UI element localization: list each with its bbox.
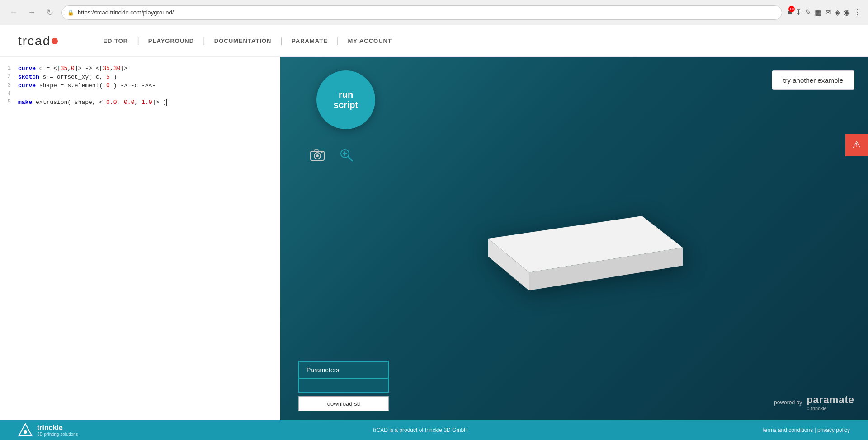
code-line-1: 1 curve c = <[35,0]> -> <[35,30]> (0, 64, 280, 73)
line-num-3: 3 (0, 82, 18, 89)
camera-button[interactable] (307, 145, 327, 165)
address-bar[interactable]: 🔒 https://trcad.trinckle.com/playground/ (61, 5, 782, 20)
footer-center-text: trCAD is a product of trinckle 3D GmbH (373, 427, 467, 433)
paramate-logo: paramate (807, 394, 854, 406)
back-button[interactable]: ← (7, 6, 20, 19)
footer-logo: trinckle 3D printing solutions (18, 423, 78, 437)
lock-icon: 🔒 (67, 9, 74, 16)
trinckle-small: ○ trinckle (807, 406, 827, 411)
url-text: https://trcad.trinckle.com/playground/ (78, 9, 174, 16)
nav-documentation[interactable]: DOCUMENTATION (205, 37, 281, 44)
run-line1: run (339, 89, 353, 100)
logo-area: trcad (18, 34, 58, 48)
warning-icon: ⚠ (852, 139, 861, 151)
run-script-button[interactable]: run script (316, 70, 375, 129)
svg-marker-11 (19, 424, 32, 435)
try-example-button[interactable]: try another example (772, 70, 854, 90)
parameters-body (299, 379, 388, 392)
shield-icon-1[interactable]: ◈ (835, 8, 840, 17)
line-num-1: 1 (0, 65, 18, 71)
extension-icon-1[interactable]: ■ 10 (788, 9, 792, 17)
shield-icon-2[interactable]: ◉ (844, 8, 850, 17)
powered-by-label: powered by (774, 399, 802, 406)
code-content-5: make extrusion( shape, <[0.0, 0.0, 1.0]>… (18, 99, 167, 106)
footer-logo-text: trinckle (37, 424, 78, 432)
download-icon[interactable]: ↧ (796, 8, 802, 17)
code-content-1: curve c = <[35,0]> -> <[35,30]> (18, 65, 127, 72)
parameters-header[interactable]: Parameters (299, 361, 388, 379)
svg-point-3 (316, 154, 319, 157)
logo-dot (52, 38, 58, 44)
3d-model-area (280, 165, 868, 366)
menu-icon[interactable]: ⋮ (854, 8, 861, 17)
code-line-2: 2 sketch s = offset_xy( c, 5 ) (0, 73, 280, 81)
browser-toolbar: ■ 10 ↧ ✎ ▦ ✉ ◈ ◉ ⋮ (788, 8, 861, 17)
code-line-3: 3 curve shape = s.element( 0 ) -> -c -><… (0, 81, 280, 90)
app-footer: trinckle 3D printing solutions trCAD is … (0, 420, 868, 440)
svg-line-5 (348, 157, 352, 161)
footer-links[interactable]: terms and conditions | privacy policy (763, 427, 850, 433)
extension-icon-2[interactable]: ▦ (815, 8, 821, 17)
code-line-5: 5 make extrusion( shape, <[0.0, 0.0, 1.0… (0, 98, 280, 107)
warning-button[interactable]: ⚠ (845, 134, 868, 156)
trinckle-logo-icon (18, 423, 33, 437)
refresh-button[interactable]: ↻ (43, 6, 56, 19)
nav-paramate[interactable]: PARAMATE (283, 37, 337, 44)
logo-text: trcad (18, 34, 51, 48)
main-content: 1 curve c = <[35,0]> -> <[35,30]> 2 sket… (0, 57, 868, 420)
viewer-panel: run script try another example ⚠ (280, 57, 868, 420)
pencil-icon[interactable]: ✎ (805, 8, 811, 17)
zoom-button[interactable] (336, 145, 356, 165)
viewer-toolbar (307, 145, 356, 165)
forward-button[interactable]: → (25, 6, 38, 19)
line-num-2: 2 (0, 74, 18, 80)
viewer-bottom-controls: Parameters download stl (298, 361, 389, 411)
powered-by: powered by paramate ○ trinckle (774, 394, 854, 411)
app-header: trcad EDITOR | PLAYGROUND | DOCUMENTATIO… (0, 25, 868, 57)
footer-logo-subtitle: 3D printing solutions (37, 432, 78, 437)
svg-rect-2 (315, 150, 318, 152)
download-stl-button[interactable]: download stl (298, 396, 389, 411)
extension-icon-3[interactable]: ✉ (825, 8, 831, 17)
svg-point-12 (24, 430, 27, 434)
browser-chrome: ← → ↻ 🔒 https://trcad.trinckle.com/playg… (0, 0, 868, 25)
line-num-4: 4 (0, 91, 18, 97)
code-content-3: curve shape = s.element( 0 ) -> -c -><- (18, 82, 156, 89)
nav-editor[interactable]: EDITOR (94, 37, 137, 44)
line-num-5: 5 (0, 99, 18, 105)
nav-playground[interactable]: PLAYGROUND (139, 37, 203, 44)
nav-menu: EDITOR | PLAYGROUND | DOCUMENTATION | PA… (94, 36, 401, 46)
code-editor[interactable]: 1 curve c = <[35,0]> -> <[35,30]> 2 sket… (0, 57, 280, 420)
code-line-4: 4 (0, 90, 280, 98)
3d-model-svg (461, 202, 687, 329)
nav-my-account[interactable]: MY ACCOUNT (339, 37, 401, 44)
code-content-2: sketch s = offset_xy( c, 5 ) (18, 74, 117, 80)
parameters-section: Parameters (298, 361, 389, 393)
run-line2: script (334, 100, 358, 110)
